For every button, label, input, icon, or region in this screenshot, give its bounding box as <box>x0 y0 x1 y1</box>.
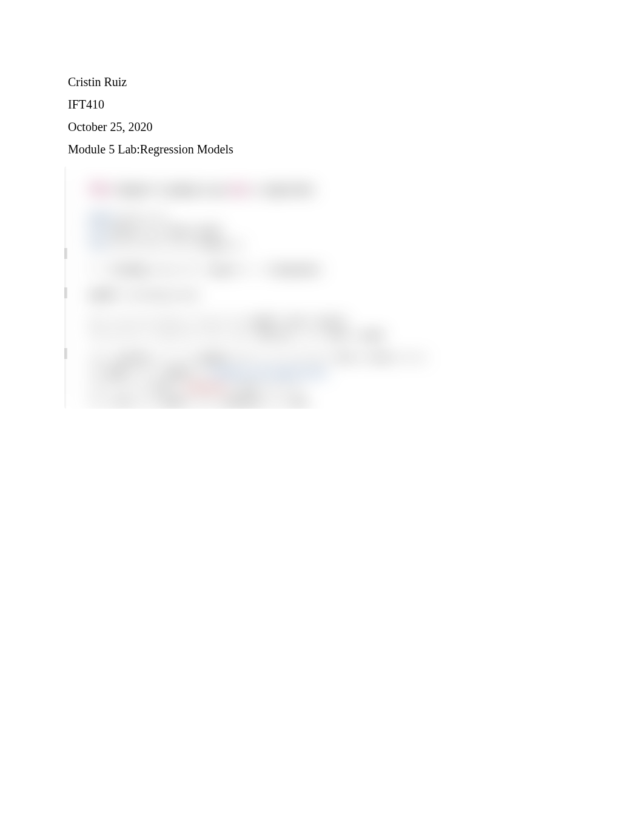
blurred-heading: This chapter is going to go into a regre… <box>89 183 492 196</box>
blur-text: a <box>215 398 224 407</box>
document-page: Cristin Ruiz IFT410 October 25, 2020 Mod… <box>0 0 644 409</box>
blur-text: data <box>292 398 307 407</box>
blur-text: Then run <box>256 330 290 340</box>
blur-text: target <box>208 264 231 274</box>
blurred-paragraph: Linear regression is one of the simplest… <box>89 350 492 409</box>
blur-text: the <box>304 316 320 325</box>
blur-text: a .fit() to <box>291 330 327 340</box>
blur-text: line <box>116 383 132 392</box>
blur-text: simplest <box>199 353 229 362</box>
blur-text: model <box>361 330 384 340</box>
blur-text: on new <box>261 398 292 407</box>
blur-text: sklearn <box>110 225 139 235</box>
blur-text: The first step is to separate the X and … <box>89 330 256 340</box>
blur-text: X = df. <box>89 264 116 274</box>
blur-text: sklearn.model_selection <box>107 240 201 249</box>
blur-text: '] <box>317 264 322 274</box>
blur-text: model <box>252 316 275 325</box>
blur-text: (columns=['X1', ' <box>145 264 208 274</box>
blur-text: . <box>346 316 349 325</box>
blur-text: Linear re <box>89 353 120 362</box>
blur-text: model <box>104 368 127 377</box>
blurred-paragraph: Here we have the training set. Going to … <box>89 314 492 343</box>
blur-text: the <box>346 330 361 340</box>
blur-text: make <box>196 398 214 407</box>
blur-text: test <box>228 240 244 249</box>
blur-text: least <box>241 383 258 392</box>
blur-text: gression <box>120 353 150 362</box>
blur-text: use the <box>132 398 162 407</box>
blurred-preview-region: This chapter is going to go into a regre… <box>64 166 516 409</box>
blurred-code-line: X = df.loading(columns=['X1', 'target'])… <box>89 263 492 277</box>
blur-text: start <box>287 316 304 325</box>
blur-text: We can <box>89 398 117 407</box>
blur-text: process <box>320 316 346 325</box>
blur-text: dependent <box>277 264 317 274</box>
blur-text: model = <box>89 289 124 300</box>
blur-text: model <box>162 398 184 407</box>
blur-text: continuous and categorical data. <box>209 368 329 377</box>
blur-text: of the errors. <box>258 383 305 392</box>
blur-text: Here we have the training set. Going to … <box>89 316 252 325</box>
blur-text: works <box>370 353 392 362</box>
blur-text: from <box>89 240 107 249</box>
blur-text: ']) # y = df[' <box>231 264 277 274</box>
document-date: October 25, 2020 <box>68 116 576 138</box>
blur-text: fits a <box>96 383 116 392</box>
blurred-code-line: model = LinearRegression() <box>89 287 492 303</box>
blur-text: chapter is going to go <box>110 183 230 195</box>
blur-text: minimizing <box>184 383 226 392</box>
blur-text: from <box>89 225 107 235</box>
student-name: Cristin Ruiz <box>68 72 576 93</box>
blur-text: data <box>155 383 170 392</box>
blur-text: well here <box>392 353 426 362</box>
lab-title: Module 5 Lab:Regression Models <box>68 139 576 160</box>
blur-text: train <box>327 330 346 340</box>
blur-text: a regression <box>249 183 314 195</box>
blur-text: loading <box>116 264 145 274</box>
blur-text: by <box>170 383 184 392</box>
blur-text: the <box>226 383 241 392</box>
blurred-code-block: import pandas as pd from sklearn import … <box>89 209 492 252</box>
blur-text: import <box>201 240 228 249</box>
blur-text: to the <box>132 383 155 392</box>
blur-text: is one of the <box>150 353 199 362</box>
blur-text: both <box>189 368 209 377</box>
blur-text: This <box>89 183 110 195</box>
blur-text: prediction <box>224 398 261 407</box>
blur-text: handle <box>164 368 188 377</box>
blur-text: and <box>352 353 370 362</box>
blur-text: now <box>117 398 132 407</box>
blur-text: models to use for this kind of <box>229 353 337 362</box>
blur-text: import <box>89 211 115 221</box>
blur-text: import <box>139 225 170 235</box>
blur-text: to <box>275 316 287 325</box>
blurred-content: This chapter is going to go into a regre… <box>64 166 516 409</box>
blur-text: task <box>337 353 352 362</box>
blur-text: LinearRegression() <box>124 289 200 300</box>
blur-text: linear_model <box>169 225 220 235</box>
blur-text: The <box>89 368 104 377</box>
blur-text: pandas as pd <box>115 211 166 221</box>
blur-text: into <box>230 183 249 195</box>
blur-text: It <box>89 383 96 392</box>
course-code: IFT410 <box>68 94 576 115</box>
blur-text: to <box>184 398 196 407</box>
blur-text: is able to <box>127 368 164 377</box>
